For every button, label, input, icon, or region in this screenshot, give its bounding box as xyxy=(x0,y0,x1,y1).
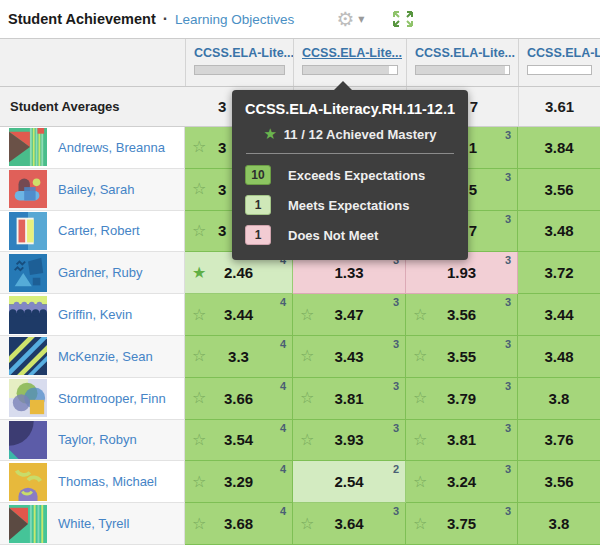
avatar xyxy=(9,337,47,375)
star-icon: ★ xyxy=(192,265,206,281)
student-link[interactable]: Bailey, Sarah xyxy=(58,182,134,197)
student-link[interactable]: Griffin, Kevin xyxy=(58,307,132,322)
star-icon: ☆ xyxy=(192,432,206,448)
mastery-text: 11 / 12 Achieved Mastery xyxy=(284,127,437,142)
score-cell[interactable]: ☆ 3.56 3 xyxy=(406,294,518,336)
score-cell[interactable]: 3.56 xyxy=(518,169,600,211)
score-cell[interactable]: 3.8 xyxy=(518,503,600,545)
star-icon: ☆ xyxy=(192,223,206,239)
student-link[interactable]: Taylor, Robyn xyxy=(58,432,137,447)
exceeds-count-badge: 10 xyxy=(245,165,271,185)
score-cell[interactable]: 2.54 2 xyxy=(293,461,406,503)
assignment-count: 3 xyxy=(505,380,511,392)
score-cell[interactable]: ☆ 3.54 4 xyxy=(185,420,293,462)
settings-menu-button[interactable]: ⚙ ▼ xyxy=(336,9,364,29)
score-value: 1.33 xyxy=(334,264,363,281)
assignment-count: 4 xyxy=(280,296,286,308)
assignment-count: 3 xyxy=(393,296,399,308)
star-icon: ☆ xyxy=(192,307,206,323)
score-cell[interactable]: 3.76 xyxy=(518,420,600,462)
score-cell[interactable]: ☆ 3.66 4 xyxy=(185,378,293,420)
star-icon: ☆ xyxy=(413,516,427,532)
score-cell[interactable]: 3.48 xyxy=(518,211,600,253)
score-value: 3.56 xyxy=(447,306,476,323)
gear-icon: ⚙ xyxy=(336,9,354,29)
assignment-count: 3 xyxy=(505,171,511,183)
student-link[interactable]: Andrews, Breanna xyxy=(58,140,165,155)
star-icon: ☆ xyxy=(300,390,314,406)
score-cell[interactable]: ☆ 3.29 4 xyxy=(185,461,293,503)
legend-label: Does Not Meet xyxy=(288,228,378,243)
score-value: 2.46 xyxy=(224,264,253,281)
score-value: 3.44 xyxy=(544,306,573,323)
score-value: 3.8 xyxy=(549,390,570,407)
avatar xyxy=(9,128,47,166)
student-link[interactable]: Stormtrooper, Finn xyxy=(58,391,166,406)
score-cell[interactable]: ☆ 3.79 3 xyxy=(406,378,518,420)
header-spacer xyxy=(0,39,185,86)
tooltip-divider xyxy=(246,153,454,154)
score-cell[interactable]: ☆ 3.81 3 xyxy=(293,378,406,420)
student-link[interactable]: McKenzie, Sean xyxy=(58,349,153,364)
standard-link-1[interactable]: CCSS.ELA-Lite... xyxy=(194,46,285,60)
score-cell[interactable]: ☆ 3.3 4 xyxy=(185,336,293,378)
assignment-count: 3 xyxy=(393,505,399,517)
score-cell[interactable]: ☆ 3.75 3 xyxy=(406,503,518,545)
score-cell[interactable]: ☆ 3.68 4 xyxy=(185,503,293,545)
star-icon: ☆ xyxy=(413,432,427,448)
score-value: 3.24 xyxy=(447,473,476,490)
score-cell[interactable]: ☆ 3.24 3 xyxy=(406,461,518,503)
score-cell[interactable]: ☆ 3.93 3 xyxy=(293,420,406,462)
score-cell[interactable]: ☆ 3.55 3 xyxy=(406,336,518,378)
student-name-cell: Gardner, Ruby xyxy=(0,252,185,294)
score-cell[interactable]: 3.72 xyxy=(518,252,600,294)
student-name-cell: Bailey, Sarah xyxy=(0,169,185,211)
avatar xyxy=(9,505,47,543)
student-link[interactable]: Carter, Robert xyxy=(58,223,140,238)
score-value: 3.54 xyxy=(224,431,253,448)
student-link[interactable]: Gardner, Ruby xyxy=(58,265,143,280)
score-cell[interactable]: ☆ 3.64 3 xyxy=(293,503,406,545)
assignment-count: 3 xyxy=(505,296,511,308)
learning-objectives-link[interactable]: Learning Objectives xyxy=(175,12,294,27)
score-cell[interactable]: ☆ 3.44 4 xyxy=(185,294,293,336)
page-header: Student Achievement · Learning Objective… xyxy=(0,0,600,38)
student-link[interactable]: White, Tyrell xyxy=(58,516,129,531)
star-icon: ☆ xyxy=(300,516,314,532)
score-value: 3.75 xyxy=(447,515,476,532)
assignment-count: 3 xyxy=(505,463,511,475)
score-cell[interactable]: ☆ 3.81 3 xyxy=(406,420,518,462)
mastery-progress-bar-3 xyxy=(415,65,510,75)
star-icon: ☆ xyxy=(300,432,314,448)
score-cell[interactable]: 3.44 xyxy=(518,294,600,336)
score-value: 3.48 xyxy=(544,222,573,239)
avatar xyxy=(9,254,47,292)
score-value: 3.81 xyxy=(334,390,363,407)
assignment-count: 4 xyxy=(280,380,286,392)
student-row: Stormtrooper, Finn ☆ 3.66 4 ☆ 3.81 3 ☆ 3… xyxy=(0,378,600,420)
standard-link-2[interactable]: CCSS.ELA-Lite... xyxy=(302,46,398,60)
score-cell[interactable]: 3.84 xyxy=(518,127,600,169)
score-cell[interactable]: ☆ 3.47 3 xyxy=(293,294,406,336)
student-row: Griffin, Kevin ☆ 3.44 4 ☆ 3.47 3 ☆ 3.56 … xyxy=(0,294,600,336)
student-link[interactable]: Thomas, Michael xyxy=(58,474,157,489)
title-separator: · xyxy=(163,10,168,28)
expand-arrows-icon[interactable] xyxy=(390,8,416,30)
mastery-progress-bar-1 xyxy=(194,65,285,75)
student-name-cell: McKenzie, Sean xyxy=(0,336,185,378)
score-cell[interactable]: 3.8 xyxy=(518,378,600,420)
student-name-cell: Stormtrooper, Finn xyxy=(0,378,185,420)
legend-label: Exceeds Expectations xyxy=(288,168,425,183)
standard-link-3[interactable]: CCSS.ELA-Lite... xyxy=(415,46,510,60)
student-row: Thomas, Michael ☆ 3.29 4 2.54 2 ☆ 3.24 3… xyxy=(0,461,600,503)
standard-link-4[interactable]: CCSS.ELA-Lite... xyxy=(527,46,592,60)
score-value: 3.8 xyxy=(549,515,570,532)
score-value: 3.84 xyxy=(544,139,573,156)
score-value: 3 xyxy=(218,181,226,198)
star-icon: ☆ xyxy=(413,307,427,323)
score-value: 3.55 xyxy=(447,348,476,365)
score-cell[interactable]: 3.56 xyxy=(518,461,600,503)
score-cell[interactable]: ☆ 3.43 3 xyxy=(293,336,406,378)
score-cell[interactable]: 3.48 xyxy=(518,336,600,378)
student-name-cell: Griffin, Kevin xyxy=(0,294,185,336)
